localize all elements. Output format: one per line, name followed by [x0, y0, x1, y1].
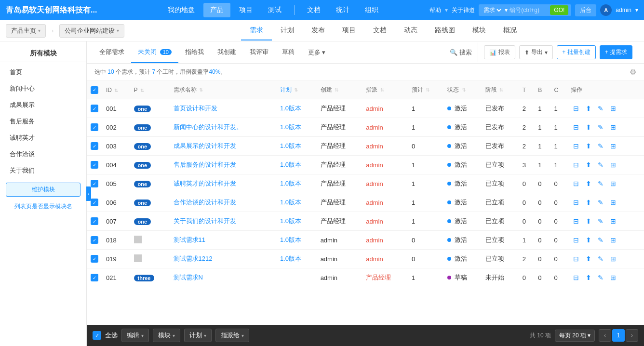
export-button[interactable]: ⬆ 导出 ▾: [519, 45, 553, 59]
filter-open[interactable]: 未关闭 10: [131, 42, 178, 63]
row-plan[interactable]: [276, 268, 317, 287]
th-name[interactable]: 需求名称 ⇅: [170, 81, 276, 99]
tab-overview[interactable]: 概况: [495, 21, 525, 40]
sidebar-item-cooperation[interactable]: 合作洽谈: [0, 146, 86, 162]
next-page-button[interactable]: ›: [626, 329, 638, 342]
nav-my-dashboard[interactable]: 我的地盘: [161, 3, 201, 17]
select-all-checkbox[interactable]: ✓: [93, 331, 101, 340]
row-assign[interactable]: admin: [362, 174, 408, 193]
row-assign[interactable]: admin: [362, 193, 408, 212]
batch-create-button[interactable]: + 批量创建: [557, 45, 595, 59]
tab-modules[interactable]: 模块: [464, 21, 495, 40]
nav-test[interactable]: 测试: [261, 3, 288, 17]
breadcrumb-project[interactable]: 公司企业网站建设 ▾: [59, 24, 124, 38]
manage-modules-button[interactable]: 维护模块: [6, 183, 80, 197]
row-checkbox[interactable]: ✓: [91, 142, 98, 150]
row-checkbox-cell[interactable]: ✓: [87, 231, 102, 250]
op-copy-icon[interactable]: ⊟: [571, 253, 581, 264]
row-checkbox[interactable]: ✓: [91, 236, 98, 244]
row-name[interactable]: 售后服务的设计和开发: [170, 156, 276, 174]
settings-icon[interactable]: ⚙: [630, 67, 636, 77]
filter-all[interactable]: 全部需求: [93, 42, 131, 63]
tab-docs[interactable]: 文档: [364, 21, 395, 40]
row-assign[interactable]: admin: [362, 212, 408, 231]
op-copy-icon[interactable]: ⊟: [571, 103, 581, 114]
tab-release[interactable]: 发布: [303, 21, 334, 40]
tab-roadmap[interactable]: 路线图: [426, 21, 464, 40]
sidebar-item-home[interactable]: 首页: [0, 64, 86, 80]
nav-stats[interactable]: 统计: [329, 3, 356, 17]
add-requirement-button[interactable]: + 提需求: [600, 45, 632, 59]
th-assign[interactable]: 指派 ⇅: [362, 81, 408, 99]
op-more-icon[interactable]: ⊞: [608, 235, 618, 245]
row-checkbox[interactable]: ✓: [91, 255, 98, 263]
op-copy-icon[interactable]: ⊟: [571, 216, 581, 226]
row-plan[interactable]: 1.0版本: [276, 231, 317, 250]
op-edit-icon[interactable]: ✎: [595, 216, 606, 226]
op-more-icon[interactable]: ⊞: [608, 141, 618, 151]
sidebar-item-talent[interactable]: 诚聘英才: [0, 130, 86, 146]
row-assign[interactable]: admin: [362, 137, 408, 156]
row-name[interactable]: 成果展示的设计和开发: [170, 137, 276, 156]
row-assign[interactable]: admin: [362, 99, 408, 118]
op-more-icon[interactable]: ⊞: [608, 253, 618, 264]
op-edit-icon[interactable]: ✎: [595, 235, 606, 245]
row-name[interactable]: 合作洽谈的设计和开发: [170, 193, 276, 212]
backend-button[interactable]: 后台: [575, 4, 596, 16]
op-export-icon[interactable]: ⬆: [583, 122, 594, 133]
row-plan[interactable]: 1.0版本: [276, 174, 317, 193]
op-copy-icon[interactable]: ⊟: [571, 141, 581, 151]
prev-page-button[interactable]: ‹: [599, 329, 611, 342]
row-name[interactable]: 诚聘英才的设计和开发: [170, 174, 276, 193]
nav-org[interactable]: 组织: [358, 3, 385, 17]
row-assign[interactable]: admin: [362, 156, 408, 174]
row-checkbox[interactable]: ✓: [91, 199, 98, 206]
op-edit-icon[interactable]: ✎: [595, 141, 606, 151]
filter-reviewed-by-me[interactable]: 我评审: [243, 42, 275, 63]
op-export-icon[interactable]: ⬆: [583, 235, 594, 245]
op-more-icon[interactable]: ⊞: [608, 216, 618, 226]
row-name[interactable]: 测试需求11: [170, 231, 276, 250]
op-more-icon[interactable]: ⊞: [608, 197, 618, 208]
tab-plan[interactable]: 计划: [272, 21, 303, 40]
row-assign[interactable]: admin: [362, 231, 408, 250]
op-more-icon[interactable]: ⊞: [608, 103, 618, 114]
row-checkbox[interactable]: ✓: [91, 180, 98, 187]
op-edit-icon[interactable]: ✎: [595, 253, 606, 264]
op-copy-icon[interactable]: ⊟: [571, 160, 581, 170]
row-checkbox-cell[interactable]: ✓: [87, 212, 102, 231]
select-all-header-checkbox[interactable]: ✓: [91, 86, 98, 94]
op-export-icon[interactable]: ⬆: [583, 141, 594, 151]
op-more-icon[interactable]: ⊞: [608, 178, 618, 189]
plan-button[interactable]: 计划 ▾: [184, 329, 212, 342]
row-plan[interactable]: 1.0版本: [276, 212, 317, 231]
page-1-button[interactable]: 1: [612, 329, 625, 342]
op-copy-icon[interactable]: ⊟: [571, 197, 581, 208]
row-checkbox[interactable]: ✓: [91, 274, 98, 281]
row-plan[interactable]: 1.0版本: [276, 137, 317, 156]
th-priority[interactable]: P ⇅: [130, 81, 170, 99]
nav-project[interactable]: 项目: [232, 3, 259, 17]
row-checkbox-cell[interactable]: ✓: [87, 250, 102, 268]
breadcrumb-product[interactable]: 产品主页 ▾: [6, 24, 46, 38]
filter-created-by-me[interactable]: 我创建: [211, 42, 243, 63]
op-more-icon[interactable]: ⊞: [608, 160, 618, 170]
row-checkbox[interactable]: ✓: [91, 123, 98, 131]
row-name[interactable]: 测试需求1212: [170, 250, 276, 268]
row-plan[interactable]: 1.0版本: [276, 250, 317, 268]
op-export-icon[interactable]: ⬆: [583, 197, 594, 208]
op-export-icon[interactable]: ⬆: [583, 272, 594, 283]
tab-activity[interactable]: 动态: [395, 21, 426, 40]
op-copy-icon[interactable]: ⊟: [571, 272, 581, 283]
row-checkbox[interactable]: ✓: [91, 217, 98, 225]
module-button[interactable]: 模块 ▾: [153, 329, 180, 342]
tab-requirements[interactable]: 需求: [241, 21, 272, 40]
op-edit-icon[interactable]: ✎: [595, 197, 606, 208]
th-estimate[interactable]: 预计 ⇅: [408, 81, 443, 99]
th-created[interactable]: 创建 ⇅: [317, 81, 362, 99]
op-export-icon[interactable]: ⬆: [583, 216, 594, 226]
show-module-toggle[interactable]: 列表页是否显示模块名: [0, 200, 86, 213]
row-name[interactable]: 新闻中心的设计和开发。: [170, 118, 276, 137]
page-size-selector[interactable]: 每页 20 项 ▾: [555, 330, 595, 342]
nav-docs[interactable]: 文档: [300, 3, 327, 17]
